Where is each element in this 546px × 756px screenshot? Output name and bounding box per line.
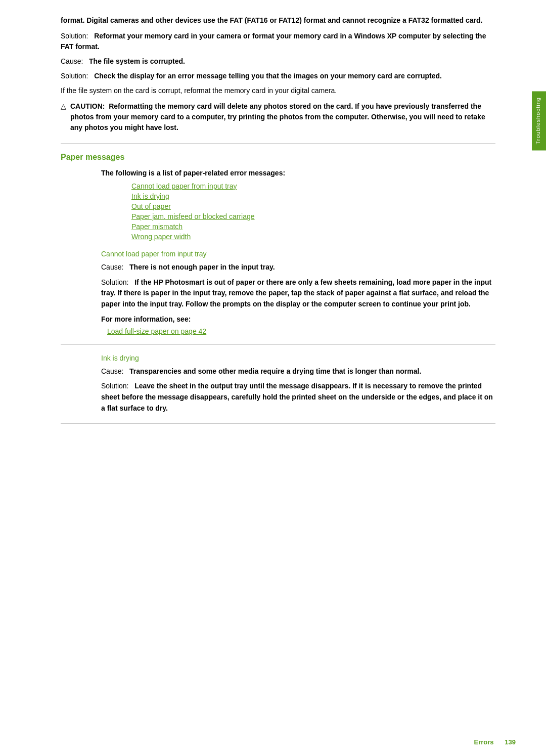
italic-text: If the file system on the card is corrup… bbox=[61, 85, 495, 96]
page-footer: Errors 139 bbox=[474, 738, 516, 746]
footer-errors-label: Errors bbox=[474, 738, 494, 746]
top-section: format. Digital cameras and other device… bbox=[61, 15, 495, 133]
caution-body-text: Reformatting the memory card will delete… bbox=[70, 102, 485, 131]
cannot-load-cause-label: Cause: bbox=[101, 263, 123, 271]
caution-label: CAUTION: bbox=[70, 102, 105, 110]
divider-top bbox=[61, 143, 495, 144]
link-paper-jam[interactable]: Paper jam, misfeed or blocked carriage bbox=[131, 212, 495, 220]
page-container: Troubleshooting format. Digital cameras … bbox=[0, 0, 546, 756]
solution1-line: Solution: Reformat your memory card in y… bbox=[61, 31, 495, 52]
ink-drying-cause-text: Transparencies and some other media requ… bbox=[129, 367, 421, 375]
ink-drying-solution-line: Solution: Leave the sheet in the output … bbox=[101, 381, 495, 414]
solution2-line: Solution: Check the display for an error… bbox=[61, 71, 495, 81]
list-intro: The following is a list of paper-related… bbox=[101, 169, 495, 177]
top-bold-text: format. Digital cameras and other device… bbox=[61, 15, 495, 26]
cannot-load-cause-text: There is not enough paper in the input t… bbox=[129, 263, 275, 271]
link-paper-mismatch[interactable]: Paper mismatch bbox=[131, 223, 495, 231]
paper-messages-section: Paper messages The following is a list o… bbox=[61, 153, 495, 424]
solution1-label: Solution: bbox=[61, 32, 94, 40]
solution2-label: Solution: bbox=[61, 72, 94, 80]
cannot-load-solution-line: Solution: If the HP Photosmart is out of… bbox=[101, 277, 495, 310]
ink-drying-subsection: Ink is drying Cause: Transparencies and … bbox=[101, 354, 495, 414]
cannot-load-solution-label: Solution: bbox=[101, 278, 128, 286]
cannot-load-cause-line: Cause: There is not enough paper in the … bbox=[101, 262, 495, 273]
caution-block: △ CAUTION: Reformatting the memory card … bbox=[61, 101, 495, 133]
paper-messages-heading: Paper messages bbox=[61, 153, 495, 162]
cannot-load-heading: Cannot load paper from input tray bbox=[101, 250, 495, 258]
divider-bottom bbox=[61, 423, 495, 424]
solution2-text: Check the display for an error message t… bbox=[94, 72, 442, 80]
ink-drying-cause-label: Cause: bbox=[101, 367, 123, 375]
side-tab: Troubleshooting bbox=[532, 91, 546, 150]
cause1-line: Cause: The file system is corrupted. bbox=[61, 56, 495, 67]
for-more-info-label: For more information, see: bbox=[101, 315, 495, 323]
divider-mid bbox=[61, 344, 495, 345]
link-out-of-paper[interactable]: Out of paper bbox=[131, 202, 495, 210]
cause1-text: The file system is corrupted. bbox=[89, 57, 185, 65]
paper-messages-link-list: Cannot load paper from input tray Ink is… bbox=[131, 182, 495, 241]
ink-drying-solution-label: Solution: bbox=[101, 382, 128, 390]
cause1-label: Cause: bbox=[61, 57, 89, 65]
ink-drying-heading: Ink is drying bbox=[101, 354, 495, 362]
footer-page-number: 139 bbox=[505, 738, 516, 746]
link-wrong-paper-width[interactable]: Wrong paper width bbox=[131, 233, 495, 241]
link-ink-drying[interactable]: Ink is drying bbox=[131, 192, 495, 200]
footer-spacer bbox=[495, 738, 503, 746]
side-tab-label: Troubleshooting bbox=[535, 97, 541, 144]
cannot-load-solution-text: If the HP Photosmart is out of paper or … bbox=[101, 278, 491, 308]
ink-drying-cause-line: Cause: Transparencies and some other med… bbox=[101, 366, 495, 377]
solution1-text: Reformat your memory card in your camera… bbox=[61, 32, 486, 51]
ink-drying-solution-text: Leave the sheet in the output tray until… bbox=[101, 382, 493, 412]
caution-triangle-icon: △ bbox=[61, 102, 66, 110]
cannot-load-subsection: Cannot load paper from input tray Cause:… bbox=[101, 250, 495, 335]
link-cannot-load[interactable]: Cannot load paper from input tray bbox=[131, 182, 495, 190]
load-fullsize-link[interactable]: Load full-size paper on page 42 bbox=[107, 327, 206, 335]
caution-text: CAUTION: Reformatting the memory card wi… bbox=[70, 101, 495, 133]
content-area: format. Digital cameras and other device… bbox=[61, 15, 516, 424]
